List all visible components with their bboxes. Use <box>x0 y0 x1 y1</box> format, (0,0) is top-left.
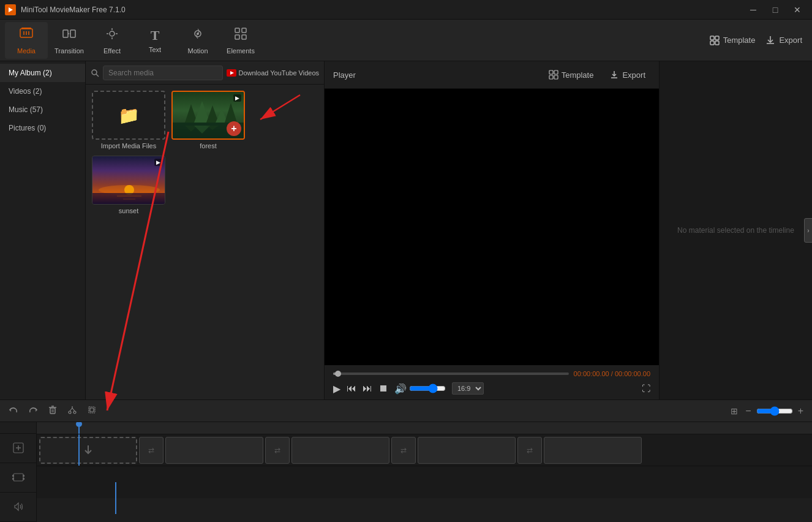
search-input[interactable] <box>103 66 223 80</box>
video-clip-dropping <box>39 437 137 464</box>
main-area: My Album (2) Videos (2) Music (57) Pictu… <box>0 61 812 399</box>
transition-clip-1[interactable]: ⇄ <box>139 437 164 464</box>
template-button[interactable]: Template <box>704 32 761 48</box>
svg-rect-21 <box>715 36 719 40</box>
fullscreen-button[interactable]: ⛶ <box>642 384 650 393</box>
import-media-label: Import Media Files <box>101 142 156 149</box>
sidebar-item-pictures[interactable]: Pictures (0) <box>0 119 85 137</box>
text-icon: T <box>151 28 160 44</box>
search-icon <box>91 69 99 77</box>
sidebar-item-album[interactable]: My Album (2) <box>0 64 85 82</box>
stop-button[interactable]: ⏹ <box>378 383 388 394</box>
motion-icon <box>190 26 205 45</box>
sunset-media-item[interactable]: ▶ sunset <box>92 156 165 214</box>
cut-button[interactable] <box>65 403 80 420</box>
download-youtube-button[interactable]: Download YouTube Videos <box>227 69 320 77</box>
redo-button[interactable] <box>26 403 40 420</box>
youtube-icon <box>227 69 236 77</box>
minimize-button[interactable]: ─ <box>743 4 763 16</box>
add-to-timeline-icon[interactable]: + <box>227 121 241 136</box>
player-template-button[interactable]: Template <box>544 67 599 82</box>
play-button[interactable]: ▶ <box>333 383 340 395</box>
toolbar-elements[interactable]: Elements <box>219 22 262 59</box>
close-button[interactable]: ✕ <box>788 4 807 16</box>
zoom-in-button[interactable]: + <box>795 403 806 419</box>
svg-marker-32 <box>225 103 237 123</box>
sidebar-item-music[interactable]: Music (57) <box>0 100 85 119</box>
media-icon <box>19 26 34 45</box>
title-bar-controls: ─ □ ✕ <box>743 4 807 16</box>
video-clip-3[interactable] <box>291 437 389 464</box>
timeline-toolbar: ⊞ − + <box>0 400 812 422</box>
audio-track <box>37 466 812 498</box>
export-button[interactable]: Export <box>760 32 807 48</box>
video-track-add-button[interactable] <box>0 434 36 463</box>
svg-rect-45 <box>554 75 558 79</box>
import-media-thumb[interactable]: 📁 <box>92 91 165 140</box>
video-badge: ▶ <box>233 94 241 102</box>
video-clip-4[interactable] <box>418 437 516 464</box>
zoom-out-button[interactable]: − <box>743 403 753 419</box>
no-material-message: No material selected on the timeline <box>677 226 794 235</box>
svg-rect-22 <box>710 41 714 45</box>
video-track-icon <box>0 463 36 493</box>
maximize-button[interactable]: □ <box>765 4 785 16</box>
panel-toggle[interactable]: › <box>804 218 812 243</box>
media-panel-header: Download YouTube Videos <box>86 61 324 85</box>
timeline-ruler <box>37 422 812 434</box>
import-media-item[interactable]: 📁 Import Media Files <box>92 91 165 149</box>
video-track: ⇄ ⇄ ⇄ ⇄ <box>37 434 812 466</box>
aspect-ratio-select[interactable]: 16:9 9:16 4:3 1:1 <box>452 382 484 395</box>
undo-button[interactable] <box>6 403 21 420</box>
elements-label: Elements <box>227 47 255 55</box>
volume-slider[interactable] <box>409 384 446 393</box>
zoom-fit-button[interactable]: ⊞ <box>728 404 740 418</box>
export-label: Export <box>779 36 802 45</box>
svg-rect-42 <box>549 70 553 74</box>
video-clip-2[interactable] <box>165 437 263 464</box>
export-icon <box>609 70 619 80</box>
sidebar-item-videos[interactable]: Videos (2) <box>0 82 85 100</box>
toolbar-media[interactable]: Media <box>5 22 48 59</box>
crop-button[interactable] <box>85 403 99 420</box>
template-icon <box>549 70 558 80</box>
svg-rect-8 <box>70 30 75 37</box>
transition-clip-3[interactable]: ⇄ <box>391 437 416 464</box>
player-area: Player Template <box>325 61 659 399</box>
transition-clip-2[interactable]: ⇄ <box>265 437 290 464</box>
svg-rect-3 <box>21 28 31 29</box>
svg-rect-44 <box>549 75 553 79</box>
svg-line-54 <box>72 408 75 411</box>
title-bar: MiniTool MovieMaker Free 7.1.0 ─ □ ✕ <box>0 0 812 20</box>
audio-track-playhead <box>115 482 116 514</box>
video-clip-5[interactable] <box>544 437 642 464</box>
template-label: Template <box>723 36 756 45</box>
prev-frame-button[interactable]: ⏮ <box>347 383 356 394</box>
title-bar-left: MiniTool MovieMaker Free 7.1.0 <box>5 4 126 15</box>
svg-line-25 <box>96 74 99 77</box>
delete-button[interactable] <box>45 403 60 420</box>
svg-line-53 <box>70 408 72 411</box>
toolbar-motion[interactable]: Motion <box>176 22 219 59</box>
toolbar-transition[interactable]: Transition <box>48 22 91 59</box>
volume-button[interactable]: 🔊 <box>394 383 407 395</box>
forest-media-item[interactable]: ▶ + forest <box>171 91 245 149</box>
player-export-button[interactable]: Export <box>604 67 650 82</box>
sunset-media-thumb[interactable]: ▶ <box>92 156 165 205</box>
player-buttons: ▶ ⏮ ⏭ ⏹ 🔊 16:9 9:16 4:3 1:1 ⛶ <box>325 380 659 399</box>
download-to-timeline-icon <box>81 443 96 458</box>
forest-media-thumb[interactable]: ▶ + <box>171 91 245 140</box>
zoom-slider[interactable] <box>756 406 793 416</box>
toolbar-effect[interactable]: Effect <box>91 22 133 59</box>
effect-label: Effect <box>103 47 121 55</box>
progress-bar[interactable] <box>333 373 569 375</box>
transition-clip-4[interactable]: ⇄ <box>517 437 542 464</box>
video-track-playhead <box>78 434 80 466</box>
track-labels <box>0 422 37 522</box>
playhead[interactable] <box>78 422 80 434</box>
next-frame-button[interactable]: ⏭ <box>363 383 372 394</box>
svg-point-51 <box>69 411 71 414</box>
player-video <box>325 89 659 365</box>
app-title: MiniTool MovieMaker Free 7.1.0 <box>21 6 126 14</box>
toolbar-text[interactable]: T Text <box>133 22 176 59</box>
